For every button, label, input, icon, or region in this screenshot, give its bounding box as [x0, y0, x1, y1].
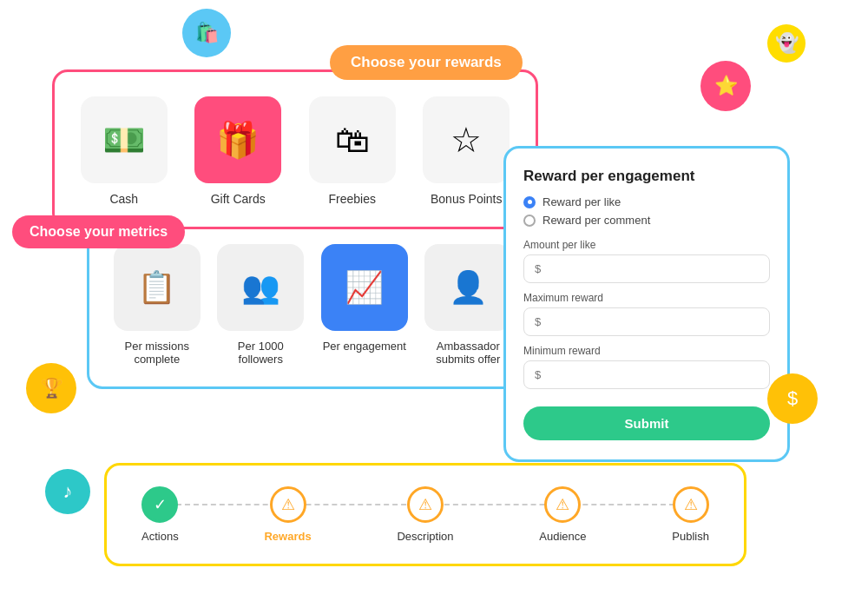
- workflow-step-audience[interactable]: ⚠ Audience: [539, 486, 586, 543]
- tiktok-icon: ♪: [63, 480, 73, 503]
- snapchat-icon: 👻: [775, 32, 799, 55]
- workflow-step-description[interactable]: ⚠ Description: [397, 486, 453, 543]
- engagement-icon-box: 📈: [321, 244, 408, 331]
- followers-icon-box: 👥: [217, 244, 304, 331]
- dollar-icon: $: [787, 387, 798, 410]
- ambassador-icon: 👤: [449, 269, 488, 306]
- minimum-reward-label: Minimum reward: [523, 345, 770, 357]
- missions-icon: 📋: [137, 269, 176, 306]
- freebies-icon-box: 🛍: [309, 96, 396, 183]
- star-badge: ⭐: [700, 61, 751, 111]
- gift-cards-icon-box: 🎁: [194, 96, 281, 183]
- step-circle-rewards: ⚠: [270, 486, 306, 523]
- step-circle-audience: ⚠: [544, 486, 581, 523]
- gift-cards-label: Gift Cards: [211, 192, 266, 206]
- workflow-step-actions[interactable]: ✓ Actions: [141, 486, 179, 543]
- metric-option-followers[interactable]: 👥 Per 1000 followers: [217, 244, 304, 366]
- bonus-points-label: Bonus Points: [431, 192, 503, 206]
- radio-group: Reward per like Reward per comment: [523, 195, 770, 227]
- cash-label: Cash: [109, 192, 138, 206]
- reward-option-freebies[interactable]: 🛍 Freebies: [309, 96, 396, 206]
- snapchat-badge: 👻: [767, 24, 806, 63]
- metric-option-ambassador[interactable]: 👤 Ambassador submits offer: [424, 244, 511, 366]
- reward-option-bonus-points[interactable]: ☆ Bonus Points: [423, 96, 510, 206]
- cash-icon-box: 💵: [81, 96, 168, 183]
- step-label-actions: Actions: [141, 530, 179, 543]
- dollar-badge: $: [767, 373, 818, 424]
- step-label-rewards: Rewards: [264, 530, 311, 543]
- engagement-label: Per engagement: [323, 340, 406, 353]
- maximum-reward-field: Maximum reward: [523, 292, 770, 336]
- amount-per-like-input[interactable]: [523, 254, 770, 283]
- step-circle-actions: ✓: [141, 486, 178, 523]
- followers-label: Per 1000 followers: [217, 340, 304, 366]
- gift-cards-icon: 🎁: [216, 120, 260, 161]
- workflow-step-rewards[interactable]: ⚠ Rewards: [264, 486, 311, 543]
- radio-dot-comment: [523, 215, 536, 227]
- star-icon: ⭐: [714, 75, 738, 97]
- amount-per-like-label: Amount per like: [523, 239, 770, 251]
- minimum-reward-input[interactable]: [523, 360, 770, 389]
- bonus-points-icon-box: ☆: [423, 96, 510, 183]
- followers-icon: 👥: [241, 269, 280, 306]
- radio-dot-like: [523, 196, 536, 208]
- workflow-steps: ✓ Actions ⚠ Rewards ⚠ Description ⚠ Audi…: [141, 486, 709, 543]
- engagement-card: Reward per engagement Reward per like Re…: [503, 146, 790, 462]
- radio-per-like[interactable]: Reward per like: [523, 195, 770, 208]
- choose-rewards-bubble: Choose your rewards: [330, 45, 523, 80]
- ambassador-label: Ambassador submits offer: [424, 340, 511, 366]
- step-label-description: Description: [397, 530, 453, 543]
- step-circle-publish: ⚠: [673, 486, 709, 523]
- shopping-icon: 🛍️: [195, 22, 219, 44]
- step-label-audience: Audience: [539, 530, 586, 543]
- reward-option-cash[interactable]: 💵 Cash: [81, 96, 168, 206]
- metric-option-missions[interactable]: 📋 Per missions complete: [114, 244, 201, 366]
- radio-per-comment[interactable]: Reward per comment: [523, 214, 770, 227]
- reward-options: 💵 Cash 🎁 Gift Cards 🛍 Freebies ☆ Bonus P…: [76, 96, 515, 206]
- maximum-reward-input[interactable]: [523, 307, 770, 336]
- shopping-badge: 🛍️: [182, 9, 231, 57]
- freebies-icon: 🛍: [335, 121, 370, 160]
- step-circle-description: ⚠: [407, 486, 444, 523]
- ambassador-icon-box: 👤: [424, 244, 511, 331]
- tiktok-badge: ♪: [45, 469, 90, 514]
- bonus-points-icon: ☆: [450, 120, 482, 160]
- engagement-icon: 📈: [345, 269, 384, 306]
- trophy-icon: 🏆: [40, 377, 63, 400]
- minimum-reward-field: Minimum reward: [523, 345, 770, 389]
- metric-options: 📋 Per missions complete 👥 Per 1000 follo…: [110, 244, 515, 366]
- submit-button[interactable]: Submit: [523, 406, 770, 440]
- workflow-card: ✓ Actions ⚠ Rewards ⚠ Description ⚠ Audi…: [104, 463, 746, 566]
- missions-label: Per missions complete: [114, 340, 201, 366]
- engagement-form-title: Reward per engagement: [523, 168, 770, 185]
- missions-icon-box: 📋: [114, 244, 201, 331]
- choose-metrics-bubble: Choose your metrics: [12, 215, 185, 248]
- amount-per-like-field: Amount per like: [523, 239, 770, 283]
- freebies-label: Freebies: [329, 192, 376, 206]
- maximum-reward-label: Maximum reward: [523, 292, 770, 304]
- metric-option-engagement[interactable]: 📈 Per engagement: [321, 244, 408, 366]
- trophy-badge: 🏆: [26, 363, 76, 413]
- reward-option-gift-cards[interactable]: 🎁 Gift Cards: [194, 96, 281, 206]
- workflow-step-publish[interactable]: ⚠ Publish: [672, 486, 709, 543]
- cash-icon: 💵: [102, 120, 146, 161]
- rewards-card: 💵 Cash 🎁 Gift Cards 🛍 Freebies ☆ Bonus P…: [52, 69, 538, 229]
- step-label-publish: Publish: [672, 530, 709, 543]
